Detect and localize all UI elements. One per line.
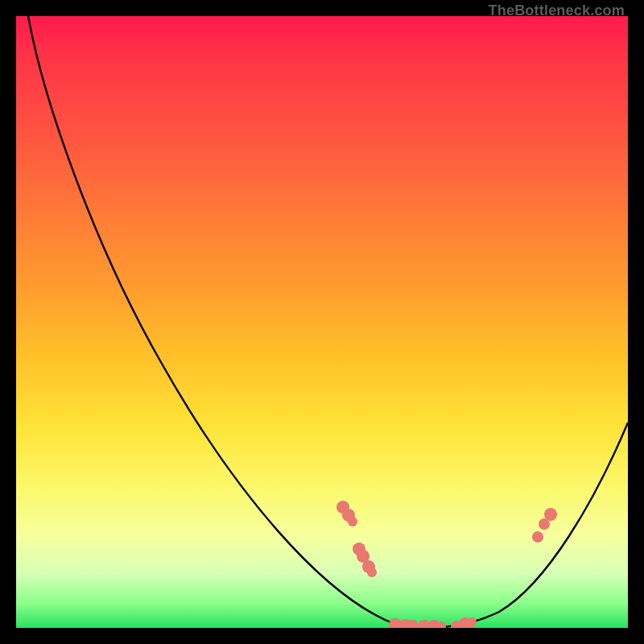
data-point (467, 617, 477, 627)
data-point (348, 517, 357, 526)
data-point (532, 531, 543, 543)
data-point (544, 508, 557, 521)
data-point (367, 568, 377, 577)
chart-overlay (16, 16, 628, 628)
data-points-group (336, 501, 557, 628)
chart-frame (16, 16, 628, 628)
